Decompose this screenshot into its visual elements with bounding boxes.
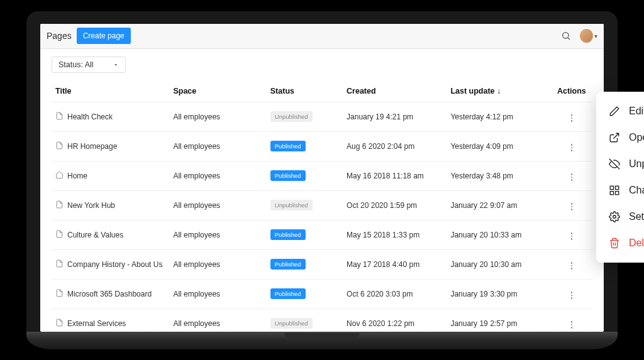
row-actions-button[interactable] bbox=[569, 200, 575, 213]
status-badge: Published bbox=[270, 170, 306, 181]
menu-change-space[interactable]: Change space bbox=[596, 177, 644, 204]
menu-settings[interactable]: Settings bbox=[596, 204, 644, 230]
document-icon bbox=[55, 200, 64, 210]
svg-line-1 bbox=[568, 38, 570, 40]
row-actions-button[interactable] bbox=[569, 259, 575, 272]
page-title: Home bbox=[67, 172, 87, 180]
row-actions-button[interactable] bbox=[569, 141, 575, 154]
pencil-icon bbox=[609, 106, 620, 117]
status-badge: Unpublished bbox=[270, 200, 313, 210]
avatar bbox=[580, 29, 593, 43]
document-icon bbox=[55, 112, 64, 122]
actions-context-menu: Edit Open Unpublish Change space Setting… bbox=[596, 92, 644, 263]
table-row: Culture & ValuesAll employeesPublishedMa… bbox=[52, 220, 592, 249]
table-row: Microsoft 365 DashboardAll employeesPubl… bbox=[52, 279, 592, 308]
space-cell: All employees bbox=[169, 249, 266, 279]
page-title: HR Homepage bbox=[67, 142, 117, 151]
svg-line-2 bbox=[614, 133, 619, 138]
eye-off-icon bbox=[609, 158, 620, 170]
updated-cell: Yesterday 3:48 pm bbox=[447, 161, 550, 190]
space-cell: All employees bbox=[169, 102, 266, 131]
page-title: Health Check bbox=[67, 112, 113, 121]
document-icon bbox=[55, 289, 64, 299]
updated-cell: January 20 10:33 am bbox=[447, 220, 550, 249]
page-title-cell[interactable]: Microsoft 365 Dashboard bbox=[55, 289, 165, 299]
trash-icon bbox=[609, 237, 620, 249]
page-title-cell[interactable]: Culture & Values bbox=[55, 230, 165, 240]
status-badge: Published bbox=[270, 288, 306, 299]
menu-delete[interactable]: Delete bbox=[596, 230, 644, 256]
svg-rect-7 bbox=[616, 191, 619, 194]
external-link-icon bbox=[609, 132, 620, 143]
page-title: External Services bbox=[67, 319, 126, 328]
space-cell: All employees bbox=[169, 308, 266, 332]
status-badge: Published bbox=[270, 259, 306, 270]
updated-cell: January 19 2:57 pm bbox=[447, 308, 550, 332]
menu-open[interactable]: Open bbox=[596, 124, 644, 151]
page-title-cell[interactable]: HR Homepage bbox=[55, 141, 165, 151]
created-cell: May 17 2018 4:40 pm bbox=[343, 249, 447, 279]
status-filter[interactable]: Status: All bbox=[52, 57, 126, 73]
col-updated[interactable]: Last update ↓ bbox=[447, 80, 550, 102]
pages-table: Title Space Status Created Last update ↓… bbox=[52, 80, 592, 332]
home-icon bbox=[55, 171, 64, 181]
created-cell: Oct 6 2020 3:03 pm bbox=[343, 279, 447, 308]
space-cell: All employees bbox=[169, 190, 266, 220]
document-icon bbox=[55, 141, 64, 151]
menu-unpublish[interactable]: Unpublish bbox=[596, 151, 644, 177]
menu-edit[interactable]: Edit bbox=[596, 98, 644, 124]
space-cell: All employees bbox=[169, 131, 266, 161]
profile-menu[interactable]: ▾ bbox=[580, 27, 597, 45]
updated-cell: January 22 9:07 am bbox=[447, 190, 550, 220]
col-status[interactable]: Status bbox=[267, 80, 343, 102]
row-actions-button[interactable] bbox=[569, 171, 575, 183]
status-badge: Unpublished bbox=[270, 318, 313, 329]
status-badge: Published bbox=[270, 229, 306, 240]
col-created[interactable]: Created bbox=[343, 80, 447, 102]
row-actions-button[interactable] bbox=[569, 319, 575, 331]
svg-rect-5 bbox=[616, 186, 619, 189]
col-title[interactable]: Title bbox=[52, 80, 169, 102]
top-bar: Pages Create page ▾ bbox=[40, 24, 604, 49]
page-title-cell[interactable]: Health Check bbox=[55, 112, 165, 122]
created-cell: Oct 20 2020 1:59 pm bbox=[343, 190, 447, 220]
created-cell: Nov 6 2020 1:22 pm bbox=[343, 308, 447, 332]
chevron-down-icon bbox=[113, 62, 119, 68]
laptop-base bbox=[26, 332, 618, 349]
page-title: Culture & Values bbox=[67, 231, 123, 239]
page-title-cell[interactable]: Company History - About Us bbox=[55, 259, 165, 270]
table-row: External ServicesAll employeesUnpublishe… bbox=[52, 308, 592, 332]
row-actions-button[interactable] bbox=[569, 289, 575, 302]
updated-cell: Yesterday 4:09 pm bbox=[447, 131, 550, 161]
page-heading: Pages bbox=[47, 31, 72, 41]
row-actions-button[interactable] bbox=[569, 112, 575, 124]
updated-cell: January 19 3:30 pm bbox=[447, 279, 550, 308]
svg-rect-4 bbox=[610, 186, 613, 189]
table-row: HR HomepageAll employeesPublishedAug 6 2… bbox=[52, 131, 592, 161]
table-row: Company History - About UsAll employeesP… bbox=[52, 249, 592, 279]
page-title-cell[interactable]: New York Hub bbox=[55, 200, 165, 210]
col-space[interactable]: Space bbox=[169, 80, 266, 102]
created-cell: Aug 6 2020 2:04 pm bbox=[343, 131, 447, 161]
create-page-button[interactable]: Create page bbox=[77, 28, 131, 44]
svg-point-8 bbox=[613, 215, 616, 218]
status-filter-label: Status: All bbox=[58, 60, 94, 69]
page-title-cell[interactable]: Home bbox=[55, 171, 165, 181]
document-icon bbox=[55, 230, 64, 240]
gear-icon bbox=[609, 211, 620, 222]
svg-rect-6 bbox=[610, 191, 613, 194]
document-icon bbox=[55, 259, 64, 270]
created-cell: May 15 2018 1:33 pm bbox=[343, 220, 447, 249]
svg-point-0 bbox=[563, 33, 569, 38]
created-cell: May 16 2018 11:18 am bbox=[343, 161, 447, 190]
row-actions-button[interactable] bbox=[569, 230, 575, 243]
space-cell: All employees bbox=[169, 279, 266, 308]
page-title-cell[interactable]: External Services bbox=[55, 319, 165, 329]
created-cell: January 19 4:21 pm bbox=[343, 102, 447, 131]
updated-cell: January 20 10:30 am bbox=[447, 249, 550, 279]
table-row: Health CheckAll employeesUnpublishedJanu… bbox=[52, 102, 592, 131]
status-badge: Unpublished bbox=[270, 111, 313, 122]
search-icon[interactable] bbox=[557, 27, 575, 45]
page-title: New York Hub bbox=[67, 201, 115, 210]
updated-cell: Yesterday 4:12 pm bbox=[447, 102, 550, 131]
